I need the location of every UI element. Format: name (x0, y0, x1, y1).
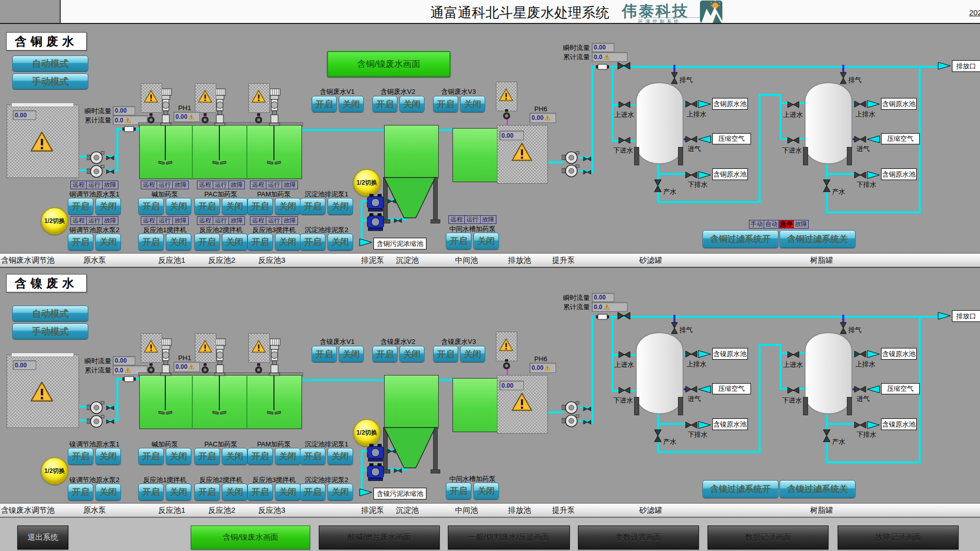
flowmeter-icon (596, 313, 609, 319)
valve-close-button[interactable]: 关闭 (460, 346, 485, 362)
process-stage-label: 排泥泵 (361, 506, 384, 515)
nav-button-3[interactable]: 一般/切割废水/压滤画面 (448, 525, 570, 549)
mixer-shaft (219, 375, 220, 410)
valve-icon[interactable] (618, 387, 631, 394)
pipe (591, 316, 593, 423)
raw-water-tag: 含镍原水池 (712, 348, 748, 360)
diaphragm-pump-icon (367, 443, 384, 462)
process-stage-label: 反应池3 (258, 506, 285, 515)
pump-close-button[interactable]: 关闭 (275, 484, 300, 500)
valve-icon (388, 447, 396, 453)
auto-mode-button[interactable]: 自动模式 (12, 306, 88, 321)
pump-open-button[interactable]: 开启 (68, 448, 93, 465)
valve-icon[interactable] (787, 351, 799, 358)
valve-open-button[interactable]: 开启 (312, 346, 337, 362)
pump-close-button[interactable]: 关闭 (222, 448, 247, 465)
pump-close-button[interactable]: 关闭 (95, 448, 121, 465)
filter-open-button[interactable]: 含镍过滤系统开 (702, 480, 778, 498)
pump-close-button[interactable]: 关闭 (166, 484, 191, 500)
nav-button-6[interactable]: 故障记录画面 (838, 525, 959, 549)
product-valve-icon[interactable] (823, 429, 831, 442)
process-stage-label: 砂滤罐 (639, 506, 662, 515)
discharge-level-value: 0.00 (499, 381, 524, 390)
dosing-pump-icon (502, 359, 511, 370)
arrow-icon (938, 311, 951, 320)
nav-button-0[interactable]: 退出系统 (17, 525, 68, 549)
pump-close-button[interactable]: 关闭 (328, 484, 353, 500)
mixer-shaft (165, 375, 166, 410)
total-flow-label: 累计流量 (85, 366, 112, 373)
pipe (659, 423, 687, 425)
valve-icon[interactable] (854, 386, 866, 393)
pump-open-button[interactable]: 开启 (247, 484, 273, 500)
valve-open-button[interactable]: 开启 (433, 346, 458, 362)
upper-in-label: 上进水 (783, 360, 808, 367)
process-stage-label: 反应池2 (208, 506, 235, 515)
nav-button-2[interactable]: 酸碱/磨片废水画面 (319, 525, 440, 549)
section-label-bar: 含镍废水调节池原水泵反应池1反应池2反应池3排泥泵沉淀池中间池排放池提升泵砂滤罐… (0, 503, 980, 518)
pipe (591, 316, 940, 318)
pump-close-button[interactable]: 关闭 (222, 484, 247, 500)
pump-group-label: 反应池1搅拌机 (134, 475, 195, 483)
pump-close-button[interactable]: 关闭 (95, 484, 121, 500)
pump-open-button[interactable]: 开启 (300, 448, 325, 465)
tank-divider (192, 375, 193, 428)
pump-close-button[interactable]: 关闭 (328, 448, 353, 465)
valve-group-label: 含镍废水V3 (432, 337, 485, 344)
pump-open-button[interactable]: 开启 (138, 448, 164, 465)
valve-open-button[interactable]: 开启 (372, 346, 397, 362)
valve-close-button[interactable]: 关闭 (339, 346, 364, 362)
pump-close-button[interactable]: 关闭 (275, 448, 300, 465)
filter-close-button[interactable]: 含镍过滤系统关 (780, 480, 856, 498)
pump-close-button[interactable]: 关闭 (473, 483, 499, 499)
valve-icon[interactable] (685, 421, 697, 429)
lower-in-label: 下进水 (782, 396, 807, 403)
valve-icon (106, 404, 114, 409)
switch-1-2-button[interactable]: 1/2切换 (353, 419, 381, 446)
pump-open-button[interactable]: 开启 (300, 484, 325, 500)
bottom-nav-bar: 退出系统含铜/镍废水画面酸碱/磨片废水画面一般/切割废水/压滤画面参数设置画面数… (0, 517, 980, 551)
sludge-tank-tag: 含镍污泥浓缩池 (373, 488, 426, 499)
valve-icon[interactable] (685, 350, 697, 358)
pump-open-button[interactable]: 开启 (194, 484, 220, 500)
valve-icon[interactable] (618, 351, 631, 358)
valve-icon[interactable] (854, 421, 866, 429)
pipe (759, 344, 782, 346)
nav-button-5[interactable]: 数据记录画面 (708, 525, 828, 549)
air-in-label: 进气 (857, 394, 874, 402)
pump-close-button[interactable]: 关闭 (166, 448, 191, 465)
ph6-label: PH6 (530, 355, 552, 362)
valve-icon[interactable] (854, 350, 866, 358)
pump-open-button[interactable]: 开启 (247, 448, 273, 465)
manual-mode-button[interactable]: 手动模式 (12, 323, 88, 339)
pump-group-label: 反应池3搅拌机 (243, 475, 305, 483)
process-stage-label: 提升泵 (552, 506, 575, 515)
warning-icon (251, 339, 266, 354)
pump-open-button[interactable]: 开启 (68, 484, 93, 500)
pipe (301, 379, 384, 381)
pipe (759, 344, 761, 453)
pump-icon (87, 400, 105, 414)
raw-water-tag: 含镍原水池 (712, 418, 748, 430)
valve-icon[interactable] (787, 387, 799, 394)
product-valve-icon[interactable] (654, 429, 662, 442)
pump-open-button[interactable]: 开启 (138, 484, 164, 500)
nav-button-4[interactable]: 参数设置画面 (578, 525, 699, 549)
pipe (782, 352, 787, 354)
nav-button-1[interactable]: 含铜/镍废水画面 (191, 525, 310, 549)
pump-group-label: 碱加药泵 (134, 440, 195, 447)
pump-group-label: PAM加药泵 (243, 440, 305, 447)
upper-drain-label: 上排水 (856, 360, 880, 367)
pump-open-button[interactable]: 开启 (446, 483, 471, 499)
pump-open-button[interactable]: 开启 (194, 448, 220, 465)
valve-close-button[interactable]: 关闭 (399, 346, 424, 362)
arrow-icon (698, 349, 711, 359)
lower-drain-label: 下排水 (857, 430, 881, 437)
upper-drain-label: 上排水 (687, 360, 711, 367)
raw-water-tag: 含镍原水池 (881, 348, 917, 360)
section-nickel: 含镍废水自动模式手动模式0.00瞬时流量0.00累计流量0.01/2切换1/2切… (0, 0, 980, 551)
valve-icon[interactable] (685, 386, 697, 393)
flowmeter-icon (122, 375, 136, 381)
ph1-label: PH1 (173, 354, 196, 361)
valve-icon (106, 417, 114, 423)
